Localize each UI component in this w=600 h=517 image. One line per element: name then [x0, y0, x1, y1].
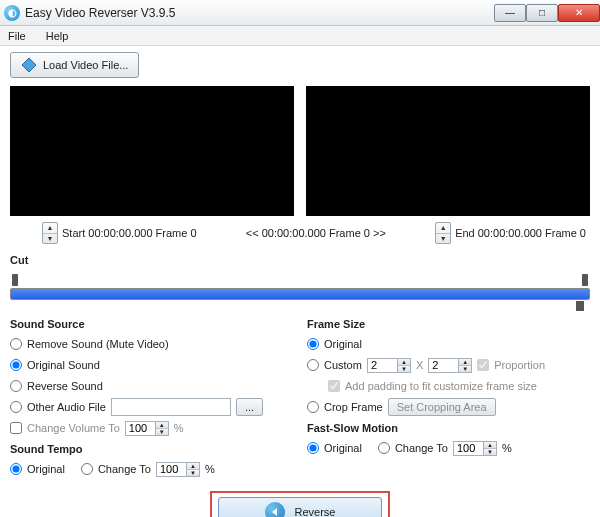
frame-crop-radio[interactable]	[307, 401, 319, 413]
cut-title: Cut	[10, 254, 590, 266]
padding-checkbox[interactable]	[328, 380, 340, 392]
cut-slider[interactable]	[10, 274, 590, 308]
output-video-preview	[306, 86, 590, 216]
end-frame-stepper[interactable]: ▲▼	[435, 222, 451, 244]
load-video-label: Load Video File...	[43, 59, 128, 71]
set-cropping-button[interactable]: Set Cropping Area	[388, 398, 496, 416]
cut-start-handle[interactable]	[12, 274, 18, 286]
window-title: Easy Video Reverser V3.9.5	[25, 6, 176, 20]
cut-end-handle[interactable]	[582, 274, 588, 286]
sound-original-radio[interactable]	[10, 359, 22, 371]
start-frame-stepper[interactable]: ▲▼	[42, 222, 58, 244]
menu-bar: File Help	[0, 26, 600, 46]
frame-custom-radio[interactable]	[307, 359, 319, 371]
volume-spinner[interactable]: ▲▼	[125, 421, 169, 436]
cut-position-marker[interactable]	[576, 301, 584, 311]
close-button[interactable]: ✕	[558, 4, 600, 22]
sound-other-radio[interactable]	[10, 401, 22, 413]
reverse-icon	[265, 502, 285, 517]
sound-original-label: Original Sound	[27, 359, 100, 371]
svg-marker-0	[22, 58, 36, 72]
proportion-checkbox[interactable]	[477, 359, 489, 371]
frame-size-title: Frame Size	[307, 318, 590, 330]
sound-remove-label: Remove Sound (Mute Video)	[27, 338, 169, 350]
load-video-button[interactable]: Load Video File...	[10, 52, 139, 78]
frame-original-radio[interactable]	[307, 338, 319, 350]
tempo-change-label: Change To	[98, 463, 151, 475]
frame-crop-label: Crop Frame	[324, 401, 383, 413]
proportion-label: Proportion	[494, 359, 545, 371]
frame-width-spinner[interactable]: ▲▼	[367, 358, 411, 373]
motion-original-radio[interactable]	[307, 442, 319, 454]
load-icon	[21, 57, 37, 73]
minimize-button[interactable]: —	[494, 4, 526, 22]
motion-title: Fast-Slow Motion	[307, 422, 590, 434]
tempo-original-label: Original	[27, 463, 65, 475]
motion-change-radio[interactable]	[378, 442, 390, 454]
window-titlebar: ◐ Easy Video Reverser V3.9.5 — □ ✕	[0, 0, 600, 26]
reverse-highlight: Reverse	[210, 491, 390, 517]
sound-source-title: Sound Source	[10, 318, 293, 330]
maximize-button[interactable]: □	[526, 4, 558, 22]
frame-custom-label: Custom	[324, 359, 362, 371]
current-time-label: << 00:00:00.000 Frame 0 >>	[246, 227, 386, 239]
frame-x-label: X	[416, 359, 423, 371]
menu-help[interactable]: Help	[42, 28, 73, 44]
reverse-button[interactable]: Reverse	[218, 497, 382, 517]
frame-height-spinner[interactable]: ▲▼	[428, 358, 472, 373]
motion-change-label: Change To	[395, 442, 448, 454]
other-audio-path-input[interactable]	[111, 398, 231, 416]
padding-label: Add padding to fit customize frame size	[345, 380, 537, 392]
motion-percent: %	[502, 442, 512, 454]
frame-original-label: Original	[324, 338, 362, 350]
sound-other-label: Other Audio File	[27, 401, 106, 413]
change-volume-label: Change Volume To	[27, 422, 120, 434]
menu-file[interactable]: File	[4, 28, 30, 44]
end-time-label: End 00:00:00.000 Frame 0	[455, 227, 586, 239]
sound-reverse-label: Reverse Sound	[27, 380, 103, 392]
browse-audio-button[interactable]: ...	[236, 398, 263, 416]
change-volume-checkbox[interactable]	[10, 422, 22, 434]
cut-track[interactable]	[10, 288, 590, 300]
source-video-preview	[10, 86, 294, 216]
sound-reverse-radio[interactable]	[10, 380, 22, 392]
app-icon: ◐	[4, 5, 20, 21]
motion-original-label: Original	[324, 442, 362, 454]
motion-spinner[interactable]: ▲▼	[453, 441, 497, 456]
tempo-spinner[interactable]: ▲▼	[156, 462, 200, 477]
tempo-change-radio[interactable]	[81, 463, 93, 475]
tempo-percent: %	[205, 463, 215, 475]
start-time-label: Start 00:00:00.000 Frame 0	[62, 227, 197, 239]
sound-tempo-title: Sound Tempo	[10, 443, 293, 455]
sound-remove-radio[interactable]	[10, 338, 22, 350]
tempo-original-radio[interactable]	[10, 463, 22, 475]
reverse-label: Reverse	[295, 506, 336, 517]
volume-percent: %	[174, 422, 184, 434]
